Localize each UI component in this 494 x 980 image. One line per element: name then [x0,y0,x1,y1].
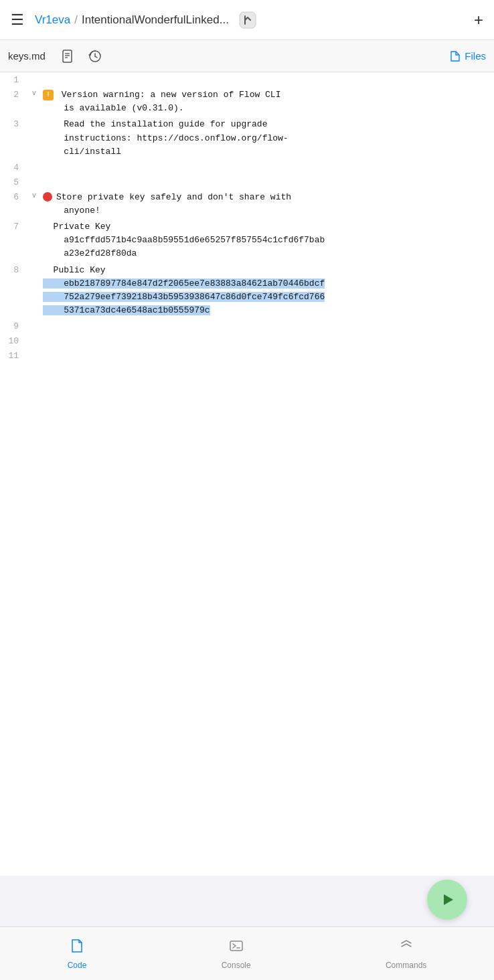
line-content-2: ! Version warning: a new version of Flow… [43,87,494,116]
line-gutter-10 [27,333,43,335]
code-tab-icon [69,938,85,958]
line-gutter-6: v [27,189,43,201]
line-gutter-9 [27,319,43,320]
selected-text-8: ebb2187897784e847d2f2065ee7e83883a84621a… [43,278,325,315]
line-gutter-7 [27,219,43,220]
line-number-7: 7 [0,219,27,234]
code-line-11: 11 [0,348,494,363]
line-number-2: 2 [0,87,27,102]
code-tab-label: Code [68,961,87,970]
svg-marker-6 [444,894,453,905]
top-navigation: ☰ Vr1eva / IntentionalWonderfulLinked...… [0,0,494,40]
code-line-5: 5 [0,175,494,189]
tab-bar: keys.md Files [0,40,494,72]
code-line-3: 3 Read the installation guide for upgrad… [0,116,494,159]
collapse-icon-2[interactable]: v [32,88,36,99]
line-gutter-4 [27,160,43,161]
tab-commands[interactable]: Commands [372,932,440,975]
tab-console[interactable]: Console [208,932,264,975]
commands-tab-label: Commands [386,961,426,970]
line-content-6: Store private key safely and don't share… [43,189,494,219]
line-number-10: 10 [0,333,27,348]
bottom-tab-bar: Code Console Commands [0,926,494,980]
line-number-6: 6 [0,189,27,204]
line-number-4: 4 [0,160,27,175]
line-number-8: 8 [0,262,27,277]
code-line-10: 10 [0,333,494,348]
error-dot-6 [43,192,52,201]
line-content-9 [43,319,494,321]
code-line-6: 6 v Store private key safely and don't s… [0,189,494,219]
add-button[interactable]: + [474,11,483,29]
tab-code[interactable]: Code [54,932,100,975]
line-content-11 [43,348,494,351]
code-line-7: 7 Private Key a91cffdd571b4c9aa8b59551d6… [0,219,494,262]
line-gutter-5 [27,175,43,176]
console-tab-label: Console [222,961,251,970]
fab-container [427,880,467,920]
content-area: 1 2 v ! Version warning: a new version o… [0,72,494,929]
code-line-8: 8 Public Key ebb2187897784e847d2f2065ee7… [0,262,494,319]
line-content-8: Public Key ebb2187897784e847d2f2065ee7e8… [43,262,494,319]
line-gutter-1 [27,72,43,74]
code-line-2: 2 v ! Version warning: a new version of … [0,87,494,116]
commands-tab-icon [398,938,414,958]
line-content-3: Read the installation guide for upgrade … [43,116,494,159]
line-gutter-8 [27,262,43,264]
svg-rect-1 [63,50,72,62]
line-number-3: 3 [0,116,27,131]
nav-repo[interactable]: IntentionalWonderfulLinked... [82,13,229,27]
nav-user[interactable]: Vr1eva [35,13,70,27]
repo-icon[interactable] [238,11,257,29]
files-label: Files [465,50,486,62]
line-content-1 [43,72,494,75]
history-icon[interactable] [86,47,104,66]
document-icon[interactable] [59,47,78,66]
code-line-4: 4 [0,160,494,175]
line-gutter-3 [27,116,43,118]
breadcrumb: Vr1eva / IntentionalWonderfulLinked... [35,11,463,29]
line-number-11: 11 [0,348,27,363]
run-fab-button[interactable] [427,880,467,920]
line-content-5 [43,175,494,177]
line-number-5: 5 [0,175,27,189]
line-gutter-2: v [27,87,43,99]
line-content-4 [43,160,494,163]
svg-rect-0 [240,12,256,28]
line-number-1: 1 [0,72,27,87]
code-line-1: 1 [0,72,494,87]
code-line-9: 9 [0,319,494,333]
line-content-10 [43,333,494,336]
line-gutter-11 [27,348,43,349]
nav-separator: / [74,13,78,27]
warning-icon-2: ! [43,90,54,100]
tab-filename[interactable]: keys.md [8,50,46,62]
code-editor[interactable]: 1 2 v ! Version warning: a new version o… [0,72,494,876]
collapse-icon-6[interactable]: v [32,191,36,201]
files-button[interactable]: Files [449,50,486,62]
console-tab-icon [228,938,244,958]
line-number-9: 9 [0,319,27,333]
line-content-7: Private Key a91cffdd571b4c9aa8b59551d6e6… [43,219,494,262]
hamburger-icon[interactable]: ☰ [11,11,24,29]
